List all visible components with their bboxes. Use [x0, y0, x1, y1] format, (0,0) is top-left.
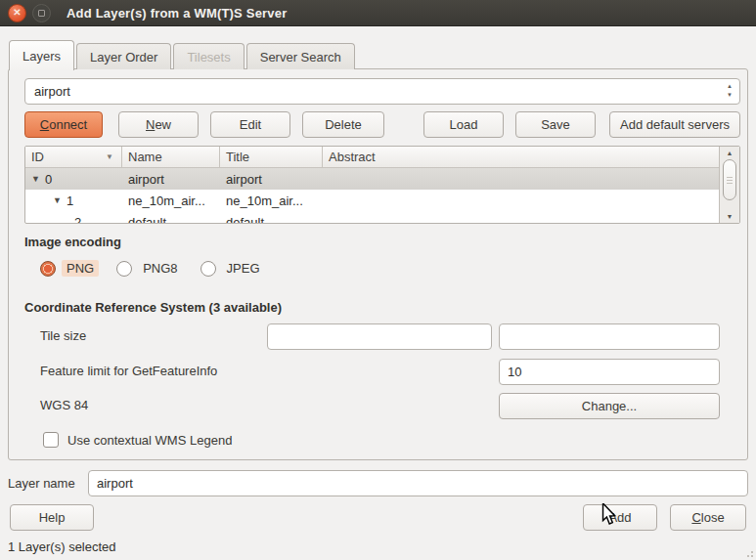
add-default-servers-button[interactable]: Add default servers [609, 111, 740, 138]
save-button[interactable]: Save [515, 111, 596, 138]
tab-layers[interactable]: Layers [9, 40, 74, 70]
spin-up-icon: ▲ [727, 82, 733, 91]
cell-id: 2 [74, 215, 81, 225]
spin-down-icon: ▼ [727, 91, 733, 100]
cell-name: default [122, 215, 220, 225]
crs-heading: Coordinate Reference System (3 available… [24, 300, 740, 315]
radio-button[interactable] [116, 261, 132, 277]
feature-limit-input[interactable] [499, 359, 720, 385]
mouse-cursor-icon [601, 503, 617, 526]
wms-legend-checkbox-row[interactable]: Use contextual WMS Legend [43, 432, 740, 448]
maximize-window-button[interactable] [32, 4, 51, 22]
status-text: 1 Layer(s) selected [8, 539, 756, 554]
radio-png8[interactable]: PNG8 [116, 260, 182, 277]
change-crs-button[interactable]: Change... [499, 393, 720, 419]
sort-descending-icon: ▼ [106, 152, 115, 161]
new-button[interactable]: New [118, 111, 199, 138]
tile-height-input[interactable] [499, 323, 720, 350]
table-row[interactable]: 2 default default [25, 211, 739, 224]
delete-button[interactable]: Delete [302, 111, 384, 138]
cell-name: airport [122, 172, 220, 187]
radio-png[interactable]: PNG [40, 260, 99, 277]
checkbox[interactable] [43, 432, 59, 448]
layers-table: ID ▼ Name Title Abstract ▼ 0 airport air… [24, 146, 740, 224]
cell-id: 0 [45, 172, 52, 187]
cell-title: default [220, 215, 323, 225]
scroll-down-icon[interactable]: ▼ [720, 213, 739, 220]
table-row[interactable]: ▼ 0 airport airport [25, 168, 739, 190]
cell-title: airport [220, 172, 323, 187]
close-button[interactable]: Close [670, 504, 746, 531]
combobox-spinner[interactable]: ▲ ▼ [727, 82, 733, 100]
feature-limit-row: Feature limit for GetFeatureInfo [24, 359, 740, 385]
feature-limit-label: Feature limit for GetFeatureInfo [40, 364, 217, 378]
column-header-abstract[interactable]: Abstract [323, 147, 739, 167]
tile-size-row: Tile size [24, 323, 740, 350]
titlebar: ✕ Add Layer(s) from a WM(T)S Server [0, 0, 756, 26]
expanded-icon[interactable]: ▼ [53, 195, 67, 205]
column-header-id[interactable]: ID ▼ [25, 147, 122, 167]
selected-crs-label: WGS 84 [40, 398, 88, 412]
layer-name-label: Layer name [8, 476, 88, 491]
image-encoding-options: PNG PNG8 JPEG [40, 260, 740, 277]
add-button[interactable]: Add [583, 504, 657, 531]
tile-size-label: Tile size [40, 328, 86, 343]
connect-button[interactable]: Connect [24, 111, 103, 138]
image-encoding-heading: Image encoding [24, 235, 740, 249]
tab-layer-order[interactable]: Layer Order [76, 43, 171, 69]
layers-table-header: ID ▼ Name Title Abstract [25, 147, 739, 168]
crs-row: WGS 84 Change... [24, 393, 740, 419]
scrollbar-thumb[interactable] [723, 159, 736, 200]
cell-title: ne_10m_air... [220, 194, 323, 208]
edit-button[interactable]: Edit [210, 111, 290, 138]
radio-button[interactable] [40, 261, 56, 277]
connection-button-row: Connect New Edit Delete Load Save Add de… [24, 111, 740, 138]
tile-width-input[interactable] [267, 323, 492, 350]
layers-tab-panel: airport ▲ ▼ Connect New Edit Delete Load… [8, 68, 748, 460]
table-scrollbar[interactable]: ▲ ▼ [719, 147, 739, 223]
tab-server-search[interactable]: Server Search [246, 43, 355, 69]
window-title: Add Layer(s) from a WM(T)S Server [67, 6, 287, 21]
column-header-name[interactable]: Name [122, 147, 220, 167]
close-window-button[interactable]: ✕ [8, 4, 26, 22]
connection-combobox[interactable]: airport ▲ ▼ [24, 78, 740, 105]
resize-grip[interactable] [744, 548, 754, 558]
dialog-button-row: Help Add Close [10, 504, 746, 531]
column-header-title[interactable]: Title [220, 147, 323, 167]
layer-name-input[interactable] [88, 470, 748, 496]
scroll-up-icon[interactable]: ▲ [720, 150, 739, 156]
checkbox-label: Use contextual WMS Legend [67, 433, 232, 448]
layer-name-row: Layer name [8, 470, 748, 496]
load-button[interactable]: Load [423, 111, 504, 138]
expanded-icon[interactable]: ▼ [31, 174, 45, 184]
table-row[interactable]: ▼ 1 ne_10m_air... ne_10m_air... [25, 190, 739, 211]
cell-name: ne_10m_air... [122, 194, 220, 208]
connection-combobox-value: airport [34, 84, 70, 99]
maximize-icon [38, 10, 45, 17]
radio-button[interactable] [200, 261, 216, 277]
tab-bar: Layers Layer Order Tilesets Server Searc… [0, 39, 756, 69]
help-button[interactable]: Help [10, 504, 94, 531]
tab-tilesets: Tilesets [173, 43, 244, 69]
close-icon: ✕ [13, 8, 21, 18]
radio-jpeg[interactable]: JPEG [200, 260, 265, 277]
cell-id: 1 [67, 194, 73, 208]
